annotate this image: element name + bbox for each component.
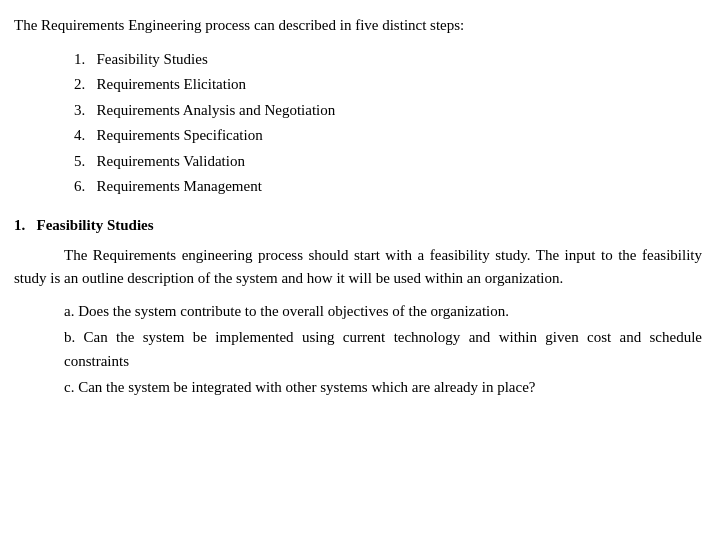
step-label: Feasibility Studies — [97, 51, 208, 67]
list-item: 6. Requirements Management — [74, 174, 702, 200]
section1-heading: 1. Feasibility Studies — [14, 214, 702, 237]
sub-list-item-c: c. Can the system be integrated with oth… — [64, 375, 702, 399]
step-label: Requirements Specification — [97, 127, 263, 143]
step-number: 1. — [74, 51, 85, 67]
step-number: 4. — [74, 127, 85, 143]
steps-list: 1. Feasibility Studies 2. Requirements E… — [74, 47, 702, 200]
sub-list-item-a: a. Does the system contribute to the ove… — [64, 299, 702, 323]
step-number: 5. — [74, 153, 85, 169]
section1-body: The Requirements engineering process sho… — [14, 244, 702, 291]
step-label: Requirements Elicitation — [97, 76, 247, 92]
step-label: Requirements Analysis and Negotiation — [97, 102, 336, 118]
intro-paragraph: The Requirements Engineering process can… — [14, 14, 702, 37]
list-item: 5. Requirements Validation — [74, 149, 702, 175]
step-number: 2. — [74, 76, 85, 92]
step-number: 6. — [74, 178, 85, 194]
step-number: 3. — [74, 102, 85, 118]
list-item: 3. Requirements Analysis and Negotiation — [74, 98, 702, 124]
section1-sublist: a. Does the system contribute to the ove… — [64, 299, 702, 399]
section1-number: 1. — [14, 217, 25, 233]
list-item: 4. Requirements Specification — [74, 123, 702, 149]
list-item: 2. Requirements Elicitation — [74, 72, 702, 98]
step-label: Requirements Validation — [97, 153, 245, 169]
section1-title: Feasibility Studies — [37, 217, 154, 233]
step-label: Requirements Management — [97, 178, 262, 194]
sub-list-item-b: b. Can the system be implemented using c… — [64, 325, 702, 373]
list-item: 1. Feasibility Studies — [74, 47, 702, 73]
